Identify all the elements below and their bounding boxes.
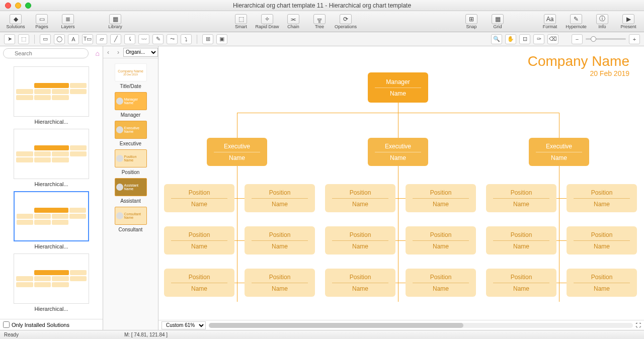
info-button[interactable]: ⓘInfo [590,12,615,31]
lib-item-assistant[interactable]: AssistantName Assistant [105,178,156,204]
org-position[interactable]: PositionName [567,269,637,297]
lib-label: Executive [105,141,156,146]
snap-button[interactable]: ⊞Snap [459,12,484,31]
solutions-button[interactable]: ◆Solutions [3,12,28,31]
zoom-tool[interactable]: 🔍 [491,34,502,44]
lib-item-title-date[interactable]: Company Name20 Dec 2019 Title/Date [105,63,156,89]
org-position[interactable]: PositionName [325,226,395,255]
search-input[interactable] [3,48,89,58]
operations-button[interactable]: ⟳Operations [333,12,358,31]
label: Library [108,24,122,29]
hypernote-button[interactable]: ✎Hypernote [564,12,589,31]
status-mouse: M: [ 74.81, 121.84 ] [124,332,168,337]
template-thumb-2[interactable]: Hierarchical... [14,129,89,187]
lib-label: Position [105,170,156,175]
org-position[interactable]: PositionName [245,226,315,255]
library-selector[interactable]: Organi... [123,48,158,57]
textbox-tool[interactable]: T▭ [82,34,93,44]
lib-label: Assistant [105,198,156,204]
org-manager[interactable]: Manager Name [368,72,428,103]
org-executive[interactable]: ExecutiveName [207,138,267,166]
org-position[interactable]: PositionName [164,184,234,212]
org-position[interactable]: PositionName [164,269,234,297]
zoom-slider[interactable] [586,38,626,40]
shape-toolbar: ➤ ⬚ ▭ ◯ A T▭ ▱ ╱ ⤹ 〰 ✎ ⤳ ⤵ ⊞ ▣ 🔍 ✋ ⊡ ✑ ⌫… [0,32,644,46]
template-thumb-3[interactable]: Hierarchical... [14,191,89,249]
horizontal-scrollbar[interactable] [209,323,633,328]
company-name[interactable]: Company Name [528,53,629,69]
org-position[interactable]: PositionName [164,226,234,255]
tree-button[interactable]: ╦Tree [307,12,332,31]
org-position[interactable]: PositionName [406,226,476,255]
connector2-tool[interactable]: ⤵ [181,34,192,44]
lib-item-position[interactable]: PositionName Position [105,149,156,175]
org-position[interactable]: PositionName [567,184,637,212]
format-button[interactable]: AaFormat [537,12,562,31]
text-tool[interactable]: A [68,34,79,44]
zoom-in-icon[interactable]: + [629,34,640,44]
chain-button[interactable]: ⫘Chain [281,12,306,31]
curve-tool[interactable]: 〰 [138,34,149,44]
pages-button[interactable]: ▭Pages [29,12,54,31]
erase-tool[interactable]: ⌫ [547,34,558,44]
fit-icon[interactable]: ⛶ [636,322,641,328]
callout-tool[interactable]: ▱ [96,34,107,44]
org-executive[interactable]: ExecutiveName [529,138,589,166]
label: Smart [235,24,247,29]
org-position[interactable]: PositionName [567,226,637,255]
minimize-window[interactable] [15,3,21,9]
rapid-draw-button[interactable]: ✧Rapid Draw [255,12,280,31]
company-date[interactable]: 20 Feb 2019 [528,69,629,77]
org-position[interactable]: PositionName [245,184,315,212]
label: Present [620,24,636,29]
grid-button[interactable]: ▦Grid [485,12,510,31]
canvas[interactable]: Company Name 20 Feb 2019 Manager Name [162,49,634,320]
org-position[interactable]: PositionName [486,184,556,212]
zoom-window[interactable] [25,3,31,9]
library-button[interactable]: ▦Library [103,12,128,31]
hand-tool[interactable]: ✋ [505,34,516,44]
label: Format [543,24,557,29]
org-executive[interactable]: ExecutiveName [368,138,428,166]
template-thumb-4[interactable]: Hierarchical... [14,253,89,312]
template-thumb-1[interactable]: Hierarchical... [14,66,89,125]
org-position[interactable]: PositionName [325,184,395,212]
zoom-out-icon[interactable]: − [572,34,583,44]
home-icon[interactable]: ⌂ [96,49,100,57]
org-position[interactable]: PositionName [486,226,556,255]
smart-button[interactable]: ⬚Smart [228,12,254,31]
pointer-tool[interactable]: ➤ [4,34,15,44]
container-tool[interactable]: ▣ [216,34,227,44]
label: Operations [335,24,357,29]
org-position[interactable]: PositionName [245,269,315,297]
lib-label: Title/Date [105,83,156,89]
lib-item-consultant[interactable]: ConsultantName Consultant [105,207,156,232]
lib-item-manager[interactable]: ManagerName Manager [105,92,156,118]
zoom-select[interactable]: Custom 61% [162,321,206,329]
lib-next[interactable]: › [113,49,123,56]
org-position[interactable]: PositionName [325,269,395,297]
lib-prev[interactable]: ‹ [103,49,113,56]
line-tool[interactable]: ╱ [110,34,121,44]
present-button[interactable]: ▶Present [616,12,641,31]
thumb-label: Hierarchical... [14,243,89,249]
org-position[interactable]: PositionName [406,184,476,212]
status-ready: Ready [4,332,19,337]
ellipse-tool[interactable]: ◯ [54,34,65,44]
org-position[interactable]: PositionName [406,269,476,297]
arc-tool[interactable]: ⤹ [124,34,135,44]
lib-item-executive[interactable]: ExecutiveName Executive [105,121,156,146]
close-window[interactable] [5,3,11,9]
canvas-scroll[interactable]: Company Name 20 Feb 2019 Manager Name [158,46,644,320]
rect-tool[interactable]: ▭ [40,34,51,44]
stamp-tool[interactable]: ⊡ [519,34,530,44]
label: Grid [493,24,502,29]
connector-tool[interactable]: ⤳ [167,34,178,44]
eyedropper-tool[interactable]: ✑ [533,34,544,44]
layers-button[interactable]: ≣Layers [55,12,80,31]
pen-tool[interactable]: ✎ [152,34,164,44]
marquee-tool[interactable]: ⬚ [18,34,29,44]
only-installed-checkbox[interactable] [3,321,10,328]
group-tool[interactable]: ⊞ [202,34,213,44]
org-position[interactable]: PositionName [486,269,556,297]
